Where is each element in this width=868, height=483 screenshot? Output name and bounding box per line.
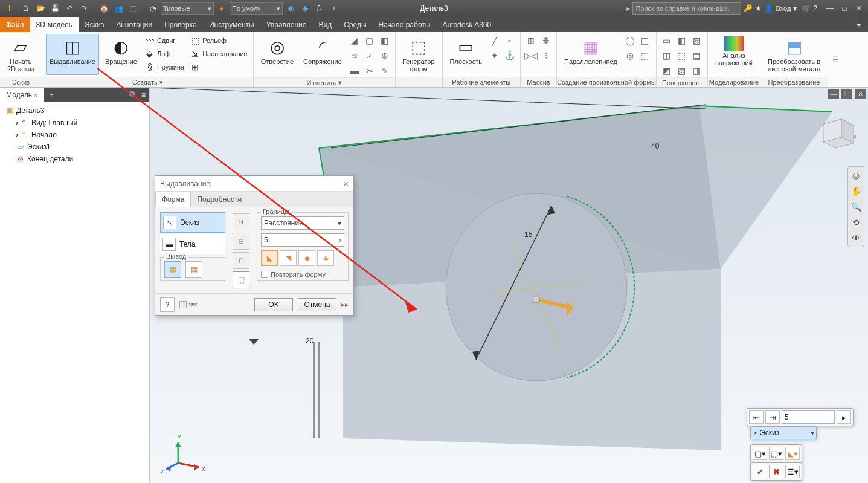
search-expand-icon[interactable]: ▸ — [626, 4, 630, 13]
star-icon[interactable]: ★ — [755, 4, 762, 13]
tab-manage[interactable]: Управление — [260, 17, 313, 32]
hole-button[interactable]: ◎ Отверстие — [257, 34, 297, 75]
nav-zoom-icon[interactable]: 🔍 — [850, 201, 862, 213]
globe1-icon[interactable]: ◉ — [284, 2, 297, 15]
tab-environments[interactable]: Среды — [338, 17, 372, 32]
tree-view[interactable]: ›🗀Вид: Главный — [13, 117, 147, 129]
nav-look-icon[interactable]: 👁 — [850, 232, 862, 244]
tree-root[interactable]: ▣Деталь3 — [2, 105, 147, 117]
help-icon[interactable]: ? — [813, 4, 817, 13]
mini-dim2-icon[interactable]: ⇥ — [765, 410, 780, 424]
material-combo[interactable]: По умолч▾ — [230, 2, 283, 15]
rib-button[interactable]: ⊞ — [188, 60, 249, 73]
ok-button[interactable]: OK — [254, 298, 293, 311]
stress-analysis-button[interactable]: Анализ напряжений — [712, 34, 756, 75]
dialog-tab-shape[interactable]: Форма — [155, 192, 191, 207]
style-combo[interactable]: Типовые▾ — [161, 2, 214, 15]
split-icon[interactable]: ⟋ — [363, 49, 376, 62]
combine-icon[interactable]: ⊕ — [378, 49, 391, 62]
mini-profile-dropdown-icon[interactable]: ▾ — [811, 429, 814, 437]
draft-icon[interactable]: ◧ — [378, 34, 391, 47]
surf4-icon[interactable]: ◫ — [660, 49, 674, 62]
grounded-icon[interactable]: ⚓ — [503, 49, 516, 62]
shape-generator-button[interactable]: ⬚ Генератор форм — [399, 34, 439, 75]
derive-button[interactable]: ⇲Наследование — [188, 47, 249, 60]
key-icon[interactable]: 🔑 — [744, 4, 753, 13]
ff-sphere-icon[interactable]: ◯ — [623, 34, 637, 47]
tab-sketch[interactable]: Эскиз — [79, 17, 110, 32]
surf5-icon[interactable]: ⬚ — [675, 49, 689, 62]
close-button[interactable]: ✕ — [852, 2, 866, 15]
surf7-icon[interactable]: ◩ — [660, 64, 674, 77]
revolve-button[interactable]: ◐ Вращение — [101, 34, 141, 75]
mini-op-icon[interactable]: ⬚▾ — [769, 447, 783, 460]
user-icon[interactable]: 👤 — [764, 4, 773, 13]
panel-overflow-icon[interactable]: ☰ — [828, 32, 843, 87]
view-cube[interactable] — [817, 112, 857, 152]
mini-distance-field[interactable]: 5 — [782, 410, 835, 424]
op-join-button[interactable]: ⊎ — [233, 213, 249, 230]
plane-button[interactable]: ▭ Плоскость — [446, 34, 486, 75]
axis-icon[interactable]: ╱ — [488, 34, 501, 47]
mini-dir-icon[interactable]: ◣▾ — [785, 447, 800, 460]
vp-min-icon[interactable]: — — [828, 89, 839, 99]
save-icon[interactable]: 💾 — [48, 2, 62, 15]
extrude-button[interactable]: ◫ Выдавливание — [46, 34, 99, 75]
loft-button[interactable]: ⬙Лофт — [143, 47, 186, 60]
chamfer-icon[interactable]: ◢ — [348, 34, 361, 47]
thread-icon[interactable]: ≋ — [348, 49, 361, 62]
dir-asym-button[interactable]: ◈ — [317, 250, 334, 266]
output-surface-button[interactable]: ▤ — [185, 261, 202, 278]
surf8-icon[interactable]: ▧ — [675, 64, 689, 77]
add-tab-icon[interactable]: + — [44, 91, 59, 99]
ff-quad-icon[interactable]: ⬚ — [638, 49, 652, 62]
dialog-titlebar[interactable]: Выдавливание × — [155, 176, 353, 192]
sweep-button[interactable]: 〰Сдвиг — [143, 34, 186, 47]
browser-search-icon[interactable]: 🔍 — [129, 91, 138, 99]
minimize-button[interactable]: — — [823, 2, 837, 15]
distance-field[interactable]: 5› — [261, 233, 344, 247]
solids-picker[interactable]: ▬ Тела — [160, 234, 225, 254]
coil-button[interactable]: §Пружина — [143, 60, 186, 73]
mini-options-icon[interactable]: ☰▾ — [785, 465, 800, 478]
tab-inspect[interactable]: Проверка — [158, 17, 203, 32]
ucs-icon[interactable]: ✦ — [488, 49, 501, 62]
output-solid-button[interactable]: ▦ — [164, 261, 181, 278]
vp-max-icon[interactable]: □ — [841, 89, 852, 99]
tab-tools[interactable]: Инструменты — [203, 17, 260, 32]
extents-type-combo[interactable]: Расстояние▾ — [261, 216, 344, 230]
team-icon[interactable]: 👥 — [112, 2, 125, 15]
preview-check-icon[interactable] — [179, 301, 187, 308]
dialog-close-icon[interactable]: × — [343, 178, 349, 189]
home-icon[interactable]: 🏠 — [97, 2, 111, 15]
dialog-expand-icon[interactable]: ▸▸ — [341, 300, 349, 309]
mini-arrow-icon[interactable]: ▸ — [837, 410, 851, 424]
mini-ok-button[interactable]: ✔ — [753, 465, 767, 478]
ff-torus-icon[interactable]: ◎ — [623, 49, 637, 62]
mini-cancel-button[interactable]: ✖ — [769, 465, 783, 478]
dir-2-button[interactable]: ◥ — [280, 250, 297, 266]
sketch-pattern-icon[interactable]: ⁝ — [539, 49, 553, 62]
sign-in-link[interactable]: Вход — [776, 5, 791, 12]
tab-a360[interactable]: Autodesk A360 — [436, 17, 497, 32]
surf9-icon[interactable]: ▥ — [690, 64, 704, 77]
dropdown-icon[interactable]: ▾ — [793, 4, 797, 13]
profile-picker[interactable]: ↖ Эскиз — [160, 212, 225, 233]
cancel-button[interactable]: Отмена — [298, 298, 336, 311]
ribbon-expand-icon[interactable]: ⏷ — [850, 17, 868, 32]
open-icon[interactable]: 📂 — [34, 2, 47, 15]
fx-icon[interactable]: fₓ — [313, 2, 326, 15]
nav-wheel-icon[interactable]: ◎ — [850, 169, 862, 181]
delete-face-icon[interactable]: ✂ — [363, 64, 376, 77]
mini-profile-label[interactable]: Эскиз — [760, 429, 809, 437]
select-icon[interactable]: ⬚ — [126, 2, 140, 15]
redo-icon[interactable]: ↷ — [77, 2, 91, 15]
dialog-tab-more[interactable]: Подробности — [191, 192, 248, 207]
op-newsolid-button[interactable]: ⬚ — [233, 271, 249, 288]
dialog-help-icon[interactable]: ? — [160, 297, 175, 312]
mini-output-icon[interactable]: ▢▾ — [753, 447, 767, 460]
point-icon[interactable]: ∘ — [503, 34, 516, 47]
dir-sym-button[interactable]: ◆ — [298, 250, 315, 266]
mirror-icon[interactable]: ▷◁ — [524, 49, 538, 62]
tree-sketch1[interactable]: ▱Эскиз1 — [13, 141, 147, 153]
